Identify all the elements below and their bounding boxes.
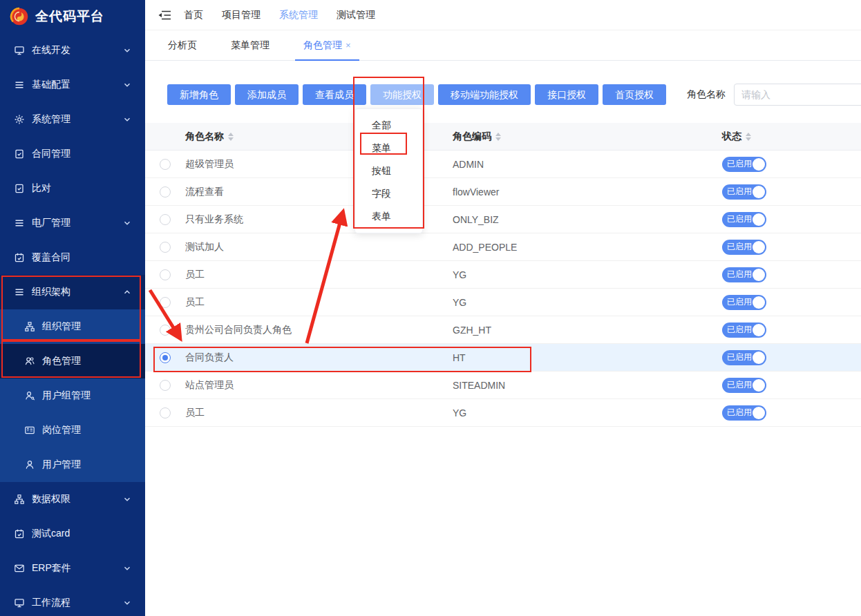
row-radio[interactable] <box>160 214 171 225</box>
column-header-label: 角色编码 <box>453 131 491 143</box>
status-toggle-label: 已启用 <box>727 296 752 308</box>
role-name-cell: 员工 <box>185 407 453 419</box>
row-radio[interactable] <box>160 352 171 363</box>
status-toggle-label: 已启用 <box>727 186 752 198</box>
sidebar-item-user-mgmt[interactable]: 用户管理 <box>0 447 145 482</box>
tab-role-mgmt[interactable]: 角色管理× <box>299 30 355 61</box>
sort-icon[interactable] <box>746 133 751 141</box>
chevron-down-icon <box>123 46 131 55</box>
status-toggle[interactable]: 已启用 <box>722 267 766 282</box>
status-toggle[interactable]: 已启用 <box>722 157 766 172</box>
dropdown-item-form[interactable]: 表单 <box>355 205 422 228</box>
row-radio[interactable] <box>160 380 171 391</box>
status-toggle-label: 已启用 <box>727 269 752 280</box>
status-toggle[interactable]: 已启用 <box>722 295 766 310</box>
sidebar-item-role-mgmt[interactable]: 角色管理 <box>0 344 145 378</box>
tab-close-icon[interactable]: × <box>346 41 351 50</box>
chevron-down-icon <box>123 219 131 227</box>
sidebar-item-org-mgmt[interactable]: 组织管理 <box>0 309 145 344</box>
sidebar-item-label: 在线开发 <box>32 44 123 57</box>
row-radio[interactable] <box>160 242 171 253</box>
sidebar-item-post-mgmt[interactable]: 岗位管理 <box>0 413 145 447</box>
role-name-input[interactable] <box>734 84 861 106</box>
sidebar-collapse-icon[interactable] <box>158 10 171 21</box>
topnav-item-system-mgmt[interactable]: 系统管理 <box>279 9 318 21</box>
role-code-cell: GZH_HT <box>453 325 722 336</box>
table-row[interactable]: 合同负责人HT已启用 <box>145 344 861 372</box>
status-toggle-label: 已启用 <box>727 158 752 170</box>
status-toggle-label: 已启用 <box>727 241 752 253</box>
sidebar-item-base-config[interactable]: 基础配置 <box>0 68 145 102</box>
table-row[interactable]: 只有业务系统ONLY_BIZ已启用 <box>145 206 861 233</box>
status-toggle[interactable]: 已启用 <box>722 184 766 200</box>
dropdown-item-menu[interactable]: 菜单 <box>355 137 422 160</box>
sidebar-item-erp-suite[interactable]: ERP套件 <box>0 551 145 586</box>
sidebar-item-contract-mgmt[interactable]: 合同管理 <box>0 137 145 171</box>
status-toggle[interactable]: 已启用 <box>722 378 766 393</box>
table-row[interactable]: 员工YG已启用 <box>145 261 861 289</box>
home-auth-button[interactable]: 首页授权 <box>603 84 666 105</box>
tab-analysis[interactable]: 分析页 <box>164 30 201 61</box>
row-radio[interactable] <box>160 325 171 336</box>
sidebar-item-plant-mgmt[interactable]: 电厂管理 <box>0 206 145 240</box>
status-toggle-label: 已启用 <box>727 213 752 225</box>
add-member-button[interactable]: 添加成员 <box>235 84 299 105</box>
sidebar-item-label: 角色管理 <box>42 355 131 367</box>
sidebar-item-org-structure[interactable]: 组织架构 <box>0 275 145 309</box>
row-radio[interactable] <box>160 407 171 418</box>
table-row[interactable]: 站点管理员SITEADMIN已启用 <box>145 372 861 399</box>
toggle-knob-icon <box>753 213 765 226</box>
sidebar-item-test-card[interactable]: 测试card <box>0 517 145 551</box>
tab-label: 菜单管理 <box>231 39 269 52</box>
sidebar-item-label: 比对 <box>32 182 131 195</box>
table-row[interactable]: 贵州公司合同负责人角色GZH_HT已启用 <box>145 316 861 344</box>
status-toggle[interactable]: 已启用 <box>722 323 766 338</box>
monitor-icon <box>14 45 25 56</box>
row-radio[interactable] <box>160 186 171 198</box>
sidebar-item-workflow[interactable]: 工作流程 <box>0 586 145 616</box>
table-row[interactable]: 员工YG已启用 <box>145 399 861 427</box>
table-row[interactable]: 员工YG已启用 <box>145 289 861 316</box>
row-radio[interactable] <box>160 297 171 308</box>
sidebar-item-label: 用户组管理 <box>42 389 131 402</box>
status-toggle[interactable]: 已启用 <box>722 212 766 227</box>
status-toggle[interactable]: 已启用 <box>722 405 766 421</box>
monitor-icon <box>14 597 25 608</box>
sidebar-item-user-group-mgmt[interactable]: 用户组管理 <box>0 378 145 413</box>
row-radio[interactable] <box>160 159 171 170</box>
status-toggle[interactable]: 已启用 <box>722 350 766 365</box>
sidebar-item-compare[interactable]: 比对 <box>0 171 145 206</box>
sidebar-item-online-dev[interactable]: 在线开发 <box>0 33 145 68</box>
table-row[interactable]: 超级管理员ADMIN已启用 <box>145 151 861 178</box>
api-auth-button[interactable]: 接口授权 <box>535 84 598 105</box>
table-row[interactable]: 测试加人ADD_PEOPLE已启用 <box>145 233 861 261</box>
dropdown-item-all[interactable]: 全部 <box>355 114 422 137</box>
sidebar-item-system-mgmt[interactable]: 系统管理 <box>0 102 145 137</box>
status-toggle[interactable]: 已启用 <box>722 240 766 255</box>
row-radio[interactable] <box>160 269 171 280</box>
topnav-item-project-mgmt[interactable]: 项目管理 <box>222 9 261 21</box>
sidebar-item-data-permission[interactable]: 数据权限 <box>0 482 145 517</box>
roles-table: 角色名称角色编码状态 超级管理员ADMIN已启用流程查看flowViewer已启… <box>145 123 861 427</box>
tab-menu-mgmt[interactable]: 菜单管理 <box>227 30 274 61</box>
topnav-item-home[interactable]: 首页 <box>184 9 203 21</box>
function-auth-button[interactable]: 功能授权 <box>370 84 434 105</box>
sidebar-menu: 在线开发基础配置系统管理合同管理比对电厂管理覆盖合同组织架构组织管理角色管理用户… <box>0 33 145 616</box>
dropdown-item-field[interactable]: 字段 <box>355 182 422 205</box>
doc-icon <box>14 148 25 160</box>
mail-icon <box>14 563 25 574</box>
status-cell: 已启用 <box>722 212 861 227</box>
add-role-button[interactable]: 新增角色 <box>167 84 231 105</box>
mobile-function-auth-button[interactable]: 移动端功能授权 <box>438 84 531 105</box>
sort-icon[interactable] <box>495 133 501 141</box>
org-icon <box>24 321 35 332</box>
toggle-knob-icon <box>753 186 765 198</box>
role-code-cell: YG <box>453 297 722 308</box>
dropdown-item-button[interactable]: 按钮 <box>355 160 422 182</box>
table-row[interactable]: 流程查看flowViewer已启用 <box>145 178 861 206</box>
topnav-item-test-mgmt[interactable]: 测试管理 <box>337 9 375 21</box>
role-name-cell: 合同负责人 <box>185 352 453 364</box>
sort-icon[interactable] <box>228 133 234 141</box>
view-member-button[interactable]: 查看成员 <box>303 84 366 105</box>
sidebar-item-cover-contract[interactable]: 覆盖合同 <box>0 240 145 275</box>
